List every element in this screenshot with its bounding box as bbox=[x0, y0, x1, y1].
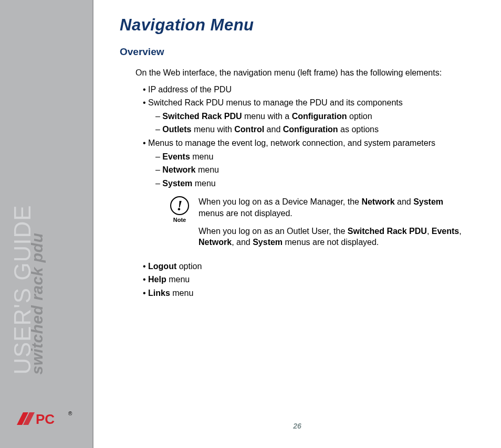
text: and bbox=[395, 197, 414, 206]
bold-text: Switched Rack PDU bbox=[162, 112, 242, 121]
list-item: Menus to manage the event log, network c… bbox=[143, 137, 469, 254]
bold-text: System bbox=[413, 197, 443, 206]
text: menus are not displayed. bbox=[283, 238, 379, 247]
bold-text: Outlets bbox=[162, 125, 191, 134]
list-item: Links menu bbox=[143, 287, 469, 299]
text: as options bbox=[338, 125, 379, 134]
list-item: Network menu bbox=[155, 164, 469, 176]
note-paragraph: When you log on as a Device Manager, the… bbox=[199, 196, 469, 219]
note-text: When you log on as a Device Manager, the… bbox=[199, 196, 469, 254]
text: and bbox=[264, 125, 283, 134]
text: menu bbox=[170, 289, 193, 297]
text: menu bbox=[195, 165, 218, 174]
text: option bbox=[347, 112, 372, 121]
text: menu bbox=[166, 275, 190, 284]
bold-text: System bbox=[253, 238, 283, 247]
bold-text: Network bbox=[162, 165, 195, 174]
bold-text: Events bbox=[432, 227, 459, 236]
text: menu with a bbox=[242, 112, 292, 121]
list-item: Help menu bbox=[143, 274, 469, 285]
list-item: Outlets menu with Control and Configurat… bbox=[155, 124, 469, 135]
sub-list: Switched Rack PDU menu with a Configurat… bbox=[155, 111, 469, 135]
list-item: Events menu bbox=[155, 151, 469, 163]
bullet-list: IP address of the PDU Switched Rack PDU … bbox=[143, 84, 469, 299]
text: When you log on as an Outlet User, the bbox=[199, 227, 348, 236]
bold-text: Help bbox=[148, 275, 166, 284]
body-text: On the Web interface, the navigation men… bbox=[120, 67, 469, 299]
svg-text:PC: PC bbox=[36, 411, 55, 427]
page-number: 26 bbox=[293, 422, 301, 430]
list-item: Switched Rack PDU menus to manage the PD… bbox=[143, 97, 469, 135]
text: menu bbox=[190, 152, 213, 161]
note-icon: ! Note bbox=[168, 196, 191, 224]
text: Menus to manage the event log, network c… bbox=[148, 138, 435, 147]
note-block: ! Note When you log on as a Device Manag… bbox=[168, 196, 469, 254]
sub-list: Events menu Network menu System menu bbox=[155, 151, 469, 189]
text: Switched Rack PDU menus to manage the PD… bbox=[148, 98, 403, 107]
svg-text:®: ® bbox=[68, 411, 72, 417]
brand-logo: PC ® bbox=[16, 411, 79, 430]
text: , bbox=[459, 227, 461, 236]
page-heading: Navigation Menu bbox=[120, 16, 469, 35]
bold-text: Network bbox=[361, 197, 394, 206]
text: menu with bbox=[191, 125, 234, 134]
exclamation-icon: ! bbox=[170, 196, 189, 215]
bold-text: Logout bbox=[148, 262, 176, 271]
apc-logo-icon: PC ® bbox=[16, 411, 79, 428]
section-heading: Overview bbox=[120, 46, 469, 58]
bold-text: Configuration bbox=[292, 112, 347, 121]
bold-text: Control bbox=[234, 125, 264, 134]
sidebar-text-block: USER'S GUIDE switched rack pdu bbox=[9, 205, 46, 375]
note-paragraph: When you log on as an Outlet User, the S… bbox=[199, 226, 469, 248]
bold-text: Switched Rack PDU bbox=[348, 227, 427, 236]
list-item: IP address of the PDU bbox=[143, 84, 469, 95]
bold-text: Configuration bbox=[283, 125, 338, 134]
text: , and bbox=[232, 238, 253, 247]
bold-text: System bbox=[162, 179, 192, 188]
text: menu bbox=[192, 179, 215, 188]
list-item: Logout option bbox=[143, 261, 469, 272]
page: USER'S GUIDE switched rack pdu PC ® Navi… bbox=[0, 0, 501, 448]
list-item: Switched Rack PDU menu with a Configurat… bbox=[155, 111, 469, 122]
text: option bbox=[176, 262, 202, 271]
list-item: System menu bbox=[155, 178, 469, 189]
sidebar: USER'S GUIDE switched rack pdu PC ® bbox=[0, 0, 93, 448]
text: IP address of the PDU bbox=[148, 85, 232, 94]
bold-text: Events bbox=[162, 152, 190, 161]
text: When you log on as a Device Manager, the bbox=[199, 197, 361, 206]
text: , bbox=[427, 227, 432, 236]
text: menus are not displayed. bbox=[199, 209, 293, 218]
bold-text: Network bbox=[199, 238, 232, 247]
content-area: Navigation Menu Overview On the Web inte… bbox=[93, 0, 501, 448]
intro-paragraph: On the Web interface, the navigation men… bbox=[135, 67, 469, 79]
bold-text: Links bbox=[148, 289, 170, 297]
note-label: Note bbox=[168, 216, 191, 224]
